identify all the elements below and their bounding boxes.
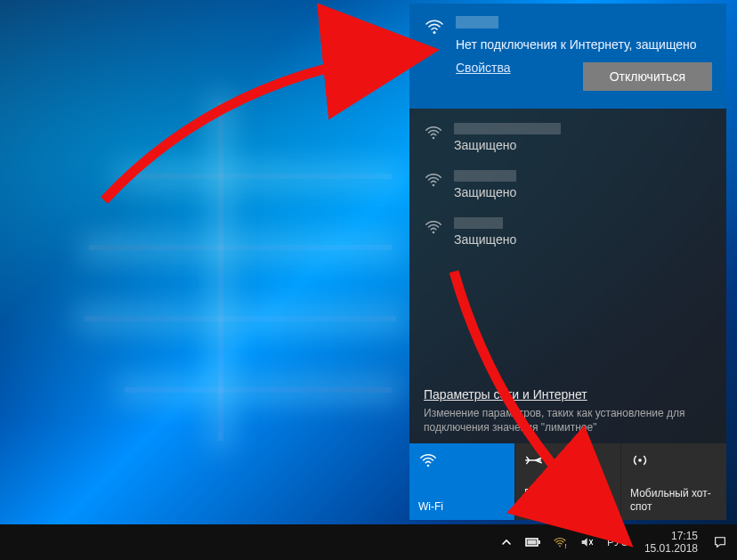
svg-point-0 — [433, 31, 436, 34]
tray-date: 15.01.2018 — [644, 542, 698, 555]
svg-point-3 — [433, 231, 435, 234]
network-ssid — [454, 217, 503, 229]
wallpaper-decoration — [85, 316, 396, 321]
tray-clock[interactable]: 17:15 15.01.2018 — [637, 530, 705, 556]
tray-language[interactable]: РУС — [602, 536, 634, 548]
wifi-icon — [424, 170, 443, 190]
wifi-icon — [424, 16, 445, 37]
network-security-label: Защищено — [454, 138, 561, 152]
svg-point-9 — [559, 545, 561, 547]
wallpaper-decoration — [218, 102, 223, 441]
current-network[interactable]: Нет подключения к Интернету, защищено Св… — [409, 4, 726, 109]
desktop: Нет подключения к Интернету, защищено Св… — [0, 0, 737, 560]
network-item[interactable]: Защищено — [409, 208, 726, 256]
network-security-label: Защищено — [454, 185, 516, 199]
wallpaper-decoration — [125, 387, 392, 393]
hotspot-icon — [630, 450, 650, 470]
taskbar: ! РУС 17:15 15.01.2018 — [0, 524, 737, 560]
properties-link[interactable]: Свойства — [456, 61, 510, 75]
tile-airplane-mode[interactable]: Режим "в самолете" — [514, 443, 620, 520]
svg-point-2 — [433, 184, 435, 187]
quick-action-tiles: Wi-Fi Режим "в самолете" Мобильный хот-с… — [409, 443, 726, 520]
svg-point-4 — [427, 465, 430, 467]
svg-point-1 — [433, 137, 435, 140]
tray-battery-icon[interactable] — [522, 524, 545, 560]
airplane-icon — [524, 450, 544, 470]
tile-wifi-label: Wi-Fi — [418, 500, 506, 513]
current-network-ssid — [456, 16, 498, 28]
wifi-icon — [424, 123, 443, 142]
disconnect-button[interactable]: Отключиться — [583, 62, 712, 91]
svg-text:!: ! — [564, 542, 566, 549]
tray-volume-muted-icon[interactable] — [575, 524, 598, 560]
tray-action-center-icon[interactable] — [709, 524, 732, 560]
wallpaper-decoration — [125, 174, 392, 179]
tray-time: 17:15 — [644, 530, 698, 542]
network-ssid — [454, 123, 561, 134]
network-settings-link[interactable]: Параметры сети и Интернет — [424, 387, 587, 402]
tile-hotspot-label: Мобильный хот-спот — [630, 487, 717, 513]
tile-wifi[interactable]: Wi-Fi — [409, 443, 514, 520]
network-settings-description: Изменение параметров, таких как установл… — [424, 406, 712, 434]
network-security-label: Защищено — [454, 232, 516, 247]
wallpaper-decoration — [89, 245, 392, 250]
tile-airplane-label: Режим "в самолете" — [524, 487, 611, 513]
network-settings-block: Параметры сети и Интернет Изменение пара… — [409, 379, 726, 443]
network-item[interactable]: Защищено — [409, 161, 726, 208]
network-ssid — [454, 170, 516, 182]
svg-rect-7 — [539, 540, 540, 544]
tray-wifi-warning-icon[interactable]: ! — [548, 524, 571, 560]
network-flyout: Нет подключения к Интернету, защищено Св… — [409, 4, 726, 520]
wifi-icon — [424, 217, 443, 237]
tile-hotspot[interactable]: Мобильный хот-спот — [620, 443, 726, 520]
wifi-icon — [418, 450, 438, 470]
annotation-arrow — [100, 45, 438, 208]
tray-overflow-chevron-icon[interactable] — [495, 524, 518, 560]
available-networks-list: Защищено Защищено Защищено — [409, 109, 726, 379]
svg-rect-8 — [527, 540, 536, 545]
network-item[interactable]: Защищено — [409, 114, 726, 161]
svg-point-5 — [638, 459, 642, 462]
current-network-status: Нет подключения к Интернету, защищено — [456, 37, 697, 52]
